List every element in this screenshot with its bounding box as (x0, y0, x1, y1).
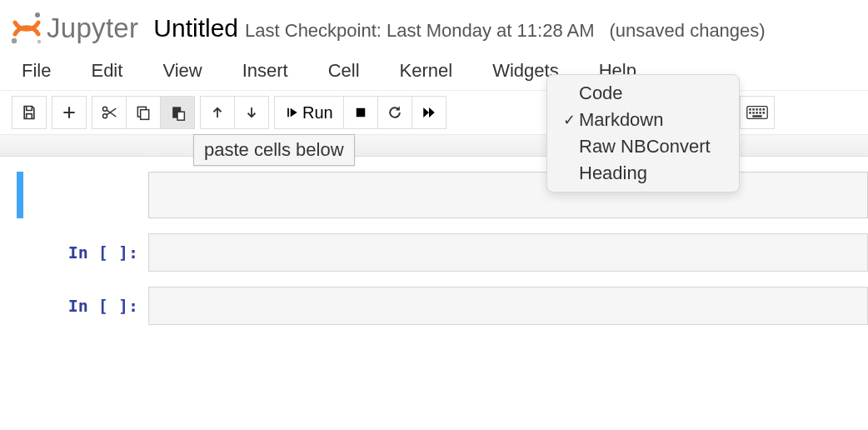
svg-point-0 (35, 12, 40, 18)
svg-rect-8 (177, 112, 184, 120)
svg-rect-20 (763, 112, 765, 113)
cell-prompt (23, 172, 148, 218)
fast-forward-icon (420, 105, 438, 120)
cell-prompt: In [ ]: (23, 287, 148, 325)
cell-prompt: In [ ]: (23, 233, 148, 272)
svg-rect-11 (749, 108, 751, 110)
svg-rect-15 (763, 108, 765, 110)
arrow-down-icon (244, 104, 259, 121)
svg-point-2 (37, 40, 41, 43)
unsaved-indicator: (unsaved changes) (610, 20, 766, 42)
insert-cell-below-button[interactable] (52, 96, 87, 129)
notebook-header: Jupyter Untitled Last Checkpoint: Last M… (0, 0, 868, 53)
svg-rect-19 (759, 112, 761, 113)
svg-point-1 (12, 38, 17, 43)
move-up-button[interactable] (200, 96, 235, 129)
run-icon (285, 106, 298, 119)
menu-insert[interactable]: Insert (242, 60, 288, 82)
celltype-option-raw[interactable]: Raw NBConvert (547, 133, 739, 160)
svg-rect-16 (749, 112, 751, 113)
menu-edit[interactable]: Edit (91, 60, 122, 82)
notebook-title[interactable]: Untitled (153, 14, 238, 42)
run-button[interactable]: Run (274, 96, 344, 129)
keyboard-icon (746, 105, 768, 120)
svg-rect-17 (752, 112, 754, 113)
menu-kernel[interactable]: Kernel (400, 60, 453, 82)
checkpoint-text: Last Checkpoint: Last Monday at 11:28 AM (245, 20, 594, 42)
save-icon (21, 104, 37, 121)
celltype-option-code[interactable]: Code (547, 80, 739, 107)
check-icon: ✓ (559, 111, 579, 129)
title-block: Untitled Last Checkpoint: Last Monday at… (153, 14, 765, 42)
arrow-up-icon (210, 104, 225, 121)
svg-rect-12 (752, 108, 754, 110)
cut-button[interactable] (92, 96, 127, 129)
jupyter-logo-icon (8, 10, 45, 47)
menu-view[interactable]: View (162, 60, 202, 82)
tooltip-paste: paste cells below (193, 134, 355, 166)
cell-input-area[interactable] (148, 172, 868, 218)
stop-icon (353, 105, 368, 120)
paste-button[interactable] (160, 96, 195, 129)
paste-icon (169, 104, 186, 121)
plus-icon (61, 104, 77, 121)
celltype-dropdown[interactable]: Code ✓ Markdown Raw NBConvert Heading (546, 74, 740, 192)
svg-rect-9 (356, 108, 365, 118)
cell-input-area[interactable] (148, 287, 868, 325)
interrupt-button[interactable] (343, 96, 378, 129)
menu-file[interactable]: File (22, 60, 51, 82)
svg-rect-21 (752, 115, 761, 117)
menu-cell[interactable]: Cell (328, 60, 360, 82)
cell-code[interactable]: In [ ]: (0, 233, 868, 272)
svg-rect-18 (756, 112, 757, 113)
move-down-button[interactable] (234, 96, 269, 129)
copy-icon (135, 104, 152, 121)
svg-rect-14 (759, 108, 761, 110)
celltype-option-heading[interactable]: Heading (547, 160, 739, 187)
jupyter-logo-text: Jupyter (47, 12, 138, 44)
svg-rect-6 (141, 110, 149, 120)
cell-code[interactable]: In [ ]: (0, 287, 868, 325)
cell-selection-bar (17, 287, 23, 325)
scissors-icon (100, 104, 118, 121)
command-palette-button[interactable] (740, 96, 775, 129)
save-button[interactable] (12, 96, 47, 129)
copy-button[interactable] (126, 96, 161, 129)
celltype-option-markdown[interactable]: ✓ Markdown (547, 107, 739, 133)
cell-input-area[interactable] (148, 233, 868, 272)
run-label: Run (302, 103, 333, 122)
cell-selection-bar (17, 172, 23, 218)
cell-selection-bar (17, 233, 23, 272)
toolbar: Run Code ✓ Markdown (0, 91, 868, 135)
svg-rect-13 (756, 108, 757, 110)
restart-button[interactable] (377, 96, 412, 129)
restart-run-all-button[interactable] (412, 96, 446, 129)
jupyter-logo[interactable]: Jupyter (8, 10, 138, 47)
restart-icon (387, 104, 403, 121)
